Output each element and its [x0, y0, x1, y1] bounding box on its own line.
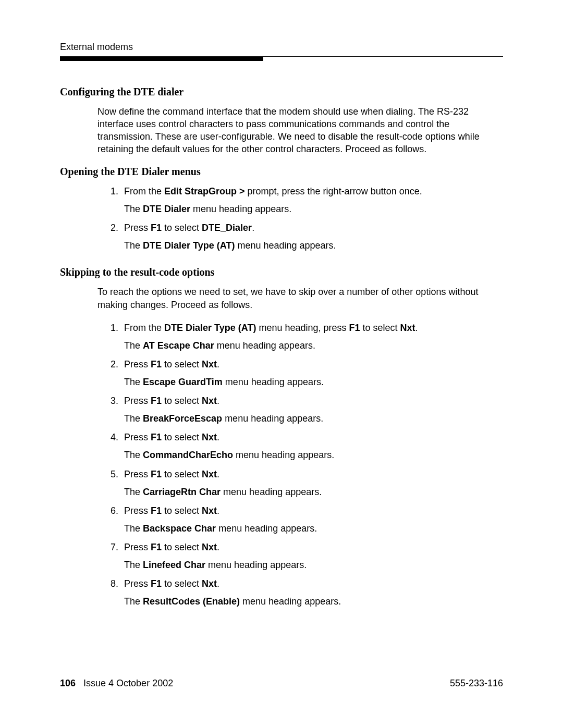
step-text: Press F1 to select Nxt.	[124, 359, 219, 369]
bold-text: Nxt	[400, 323, 415, 333]
bold-text: Edit StrapGroup >	[164, 186, 245, 196]
text: to select	[162, 359, 202, 369]
text: menu heading appears.	[216, 523, 317, 534]
text: From the	[124, 186, 164, 196]
bold-text: CarriageRtn Char	[143, 487, 221, 497]
list-item: Press F1 to select Nxt. The BreakForceEs…	[121, 394, 503, 425]
text: .	[252, 223, 254, 233]
text: prompt, press the right-arrow button onc…	[245, 186, 422, 196]
list-item: Press F1 to select Nxt. The Backspace Ch…	[121, 504, 503, 535]
step-text: Press F1 to select Nxt.	[124, 432, 219, 442]
step-text: Press F1 to select Nxt.	[124, 578, 219, 589]
heading-opening-dte-dialer-menus: Opening the DTE Dialer menus	[60, 166, 503, 178]
text: menu heading appears.	[233, 450, 334, 460]
steps-opening: From the Edit StrapGroup > prompt, press…	[97, 185, 503, 252]
footer: 106 Issue 4 October 2002 555-233-116	[60, 678, 503, 689]
text: .	[217, 359, 219, 369]
step-text: Press F1 to select Nxt.	[124, 505, 219, 516]
step-result: The CommandCharEcho menu heading appears…	[124, 449, 503, 461]
list-item: From the Edit StrapGroup > prompt, press…	[121, 185, 503, 215]
text: to select	[162, 223, 202, 233]
list-item: Press F1 to select Nxt. The CommandCharE…	[121, 431, 503, 461]
bold-text: F1	[151, 469, 162, 479]
bold-text: DTE_Dialer	[202, 223, 252, 233]
text: to select	[162, 542, 202, 552]
bold-text: F1	[151, 396, 162, 406]
bold-text: Nxt	[202, 505, 217, 516]
text: menu heading appears.	[240, 596, 341, 607]
text: menu heading appears.	[222, 413, 323, 424]
steps-skipping: From the DTE Dialer Type (AT) menu headi…	[97, 322, 503, 608]
bold-text: DTE Dialer Type (AT)	[143, 240, 235, 251]
text: Press	[124, 578, 151, 589]
text: menu heading appears.	[235, 240, 336, 251]
text: From the	[124, 323, 164, 333]
page-number: 106	[60, 678, 76, 688]
step-result: The ResultCodes (Enable) menu heading ap…	[124, 595, 503, 608]
list-item: Press F1 to select DTE_Dialer. The DTE D…	[121, 221, 503, 252]
text: to select	[162, 432, 202, 442]
text: to select	[162, 505, 202, 516]
bold-text: F1	[151, 432, 162, 442]
bold-text: BreakForceEscap	[143, 413, 222, 424]
text: menu heading appears.	[214, 340, 315, 351]
text: The	[124, 450, 143, 460]
text: Press	[124, 505, 151, 516]
list-item: Press F1 to select Nxt. The Linefeed Cha…	[121, 541, 503, 571]
bold-text: Escape GuardTim	[143, 377, 223, 387]
header-rule	[60, 56, 503, 61]
text: .	[217, 432, 219, 442]
content: Configuring the DTE dialer Now define th…	[60, 86, 503, 608]
heading-skipping-result-code-options: Skipping to the result-code options	[60, 266, 503, 278]
bold-text: ResultCodes (Enable)	[143, 596, 240, 607]
footer-right: 555-233-116	[450, 678, 503, 689]
step-result: The CarriageRtn Char menu heading appear…	[124, 486, 503, 498]
text: Press	[124, 542, 151, 552]
text: The	[124, 487, 143, 497]
text: Press	[124, 223, 151, 233]
issue-text: Issue 4 October 2002	[83, 678, 173, 688]
text: menu heading appears.	[205, 560, 307, 570]
text: Press	[124, 469, 151, 479]
list-item: Press F1 to select Nxt. The Escape Guard…	[121, 358, 503, 388]
text: to select	[360, 323, 400, 333]
bold-text: F1	[151, 359, 162, 369]
step-result: The AT Escape Char menu heading appears.	[124, 339, 503, 352]
bold-text: F1	[151, 505, 162, 516]
step-result: The Linefeed Char menu heading appears.	[124, 559, 503, 571]
text: The	[124, 523, 143, 534]
bold-text: CommandCharEcho	[143, 450, 233, 460]
text: .	[217, 396, 219, 406]
para-skip-intro: To reach the options we need to set, we …	[97, 286, 503, 311]
step-result: The Backspace Char menu heading appears.	[124, 522, 503, 535]
bold-text: F1	[151, 223, 162, 233]
step-result: The Escape GuardTim menu heading appears…	[124, 376, 503, 388]
text: Press	[124, 359, 151, 369]
text: Press	[124, 432, 151, 442]
text: menu heading, press	[256, 323, 349, 333]
bold-text: F1	[151, 542, 162, 552]
step-text: Press F1 to select Nxt.	[124, 542, 219, 552]
text: The	[124, 340, 143, 351]
text: Press	[124, 396, 151, 406]
text: .	[217, 469, 219, 479]
bold-text: DTE Dialer Type (AT)	[164, 323, 256, 333]
list-item: From the DTE Dialer Type (AT) menu headi…	[121, 322, 503, 352]
step-text: Press F1 to select Nxt.	[124, 396, 219, 406]
bold-text: AT Escape Char	[143, 340, 214, 351]
running-head: External modems	[60, 42, 503, 53]
text: The	[124, 560, 143, 570]
text: The	[124, 413, 143, 424]
rule-thick	[60, 57, 263, 61]
bold-text: Nxt	[202, 432, 217, 442]
step-text: From the Edit StrapGroup > prompt, press…	[124, 186, 422, 196]
heading-configuring-dte-dialer: Configuring the DTE dialer	[60, 86, 503, 98]
bold-text: DTE Dialer	[143, 204, 190, 214]
text: menu heading appears.	[190, 204, 291, 214]
text: to select	[162, 578, 202, 589]
bold-text: Nxt	[202, 359, 217, 369]
page: External modems Configuring the DTE dial…	[0, 0, 563, 728]
bold-text: Linefeed Char	[143, 560, 205, 570]
text: to select	[162, 396, 202, 406]
bold-text: F1	[349, 323, 360, 333]
